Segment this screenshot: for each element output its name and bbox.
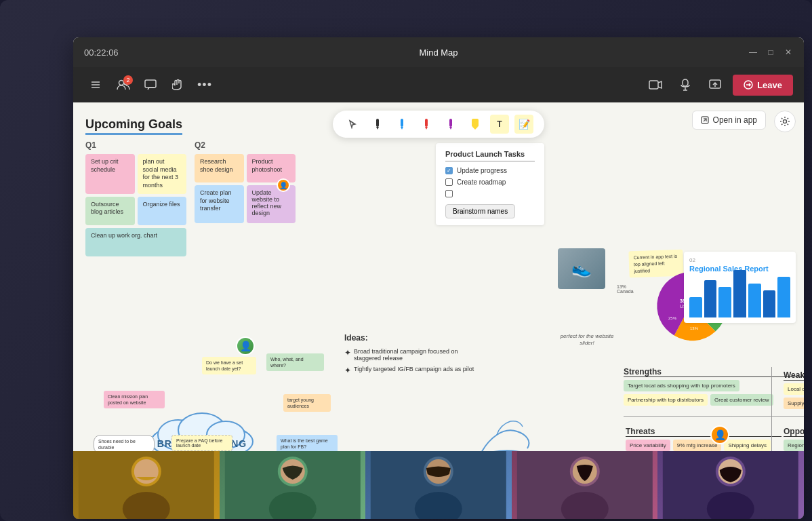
svg-marker-22 xyxy=(472,127,478,130)
swot-card: Partnership with top distributors xyxy=(624,394,708,406)
opportunities-title: Opportunities xyxy=(784,427,804,437)
participant-tile xyxy=(512,451,658,519)
toolbar-right: Leave xyxy=(643,73,793,97)
svg-rect-21 xyxy=(472,119,479,127)
wb-toolbar: T 📝 xyxy=(333,111,544,138)
svg-text:13%: 13% xyxy=(690,326,699,330)
goal-card: plan out social media for the next 3 mon… xyxy=(138,154,187,194)
sticky-note-tool[interactable]: 📝 xyxy=(514,115,533,134)
threats-cards: Price variability 9% mfg increase Shippi… xyxy=(626,440,781,451)
goal-card: Update website to reflect new design 👤 xyxy=(247,185,296,223)
sales-chart: 02 Regional Sales Report xyxy=(684,252,796,323)
svg-point-12 xyxy=(352,123,354,125)
cursor-tool[interactable] xyxy=(344,115,363,134)
window-title: Mind Map xyxy=(419,47,458,58)
pen-purple-tool[interactable] xyxy=(441,115,460,134)
participants-icon[interactable]: 2 xyxy=(111,73,136,97)
swot-vertical-divider xyxy=(771,367,772,451)
text-tool[interactable]: T xyxy=(490,115,509,134)
task-checkbox-1[interactable]: ✓ xyxy=(445,167,453,174)
upcoming-goals-section: Upcoming Goals Q1 Set up crit schedule p… xyxy=(85,117,296,260)
bar xyxy=(748,284,761,317)
goal-card: Create plan for website transfer xyxy=(195,185,244,223)
task-checkbox-2[interactable] xyxy=(445,178,453,186)
task-item: Create roadmap xyxy=(445,178,535,186)
svg-marker-18 xyxy=(425,127,428,130)
device-frame: 00:22:06 Mind Map — □ ✕ 2 xyxy=(0,0,812,521)
bar xyxy=(763,290,776,317)
bar xyxy=(704,280,717,317)
participants-list-icon[interactable] xyxy=(84,73,108,97)
brainstorm-node: Shoes need to be durable xyxy=(94,435,155,451)
swot-card: Local competition xyxy=(784,383,804,395)
svg-rect-6 xyxy=(649,81,658,89)
whiteboard: T 📝 Open in app Upcoming Goals xyxy=(73,102,804,451)
svg-rect-7 xyxy=(683,79,688,86)
goal-card: Product photoshoot xyxy=(247,154,296,182)
timer: 00:22:06 xyxy=(84,47,119,58)
participants-badge: 2 xyxy=(123,75,133,85)
goal-card: Organize files xyxy=(138,197,187,225)
weaknesses-title: Weaknesses xyxy=(784,370,804,381)
participant-photo xyxy=(73,451,220,519)
chat-icon[interactable] xyxy=(138,73,163,97)
maximize-button[interactable]: □ xyxy=(766,47,775,57)
svg-rect-19 xyxy=(449,119,452,127)
minimize-button[interactable]: — xyxy=(748,47,758,57)
opportunities-cards: Regional influencers Local Vlogs Communi… xyxy=(784,440,804,451)
highlighter-tool[interactable] xyxy=(466,115,485,134)
settings-button[interactable] xyxy=(774,111,796,132)
avatar: 👤 xyxy=(277,178,290,192)
swot-card: Shipping delays xyxy=(724,440,770,451)
svg-rect-15 xyxy=(401,119,403,127)
brainstorm-names-button[interactable]: Brainstorm names xyxy=(445,204,515,218)
hand-raise-icon[interactable] xyxy=(165,73,190,97)
idea-item: ✦ Broad traditional campaign focused on … xyxy=(344,348,487,362)
task-checkbox-3[interactable] xyxy=(445,190,453,197)
task-item: ✓ Update progress xyxy=(445,167,535,174)
shoe-photo: 👟 xyxy=(558,248,605,289)
microphone-icon[interactable] xyxy=(673,73,697,97)
svg-marker-16 xyxy=(401,127,403,130)
pen-black-tool[interactable] xyxy=(368,115,387,134)
svg-marker-14 xyxy=(376,127,379,130)
svg-rect-17 xyxy=(425,119,428,127)
goal-card: Set up crit schedule xyxy=(85,154,135,194)
close-button[interactable]: ✕ xyxy=(784,47,793,57)
shoe-sketch: branding add more use your sole xyxy=(432,394,582,451)
bar xyxy=(733,270,746,317)
swot-card: Regional influencers xyxy=(784,440,804,451)
svg-point-25 xyxy=(784,120,787,123)
idea-item: ✦ Tightly targeted IG/FB campaign ads as… xyxy=(344,366,487,375)
more-options-icon[interactable]: ••• xyxy=(192,73,217,97)
leave-button[interactable]: Leave xyxy=(733,75,793,96)
svg-marker-20 xyxy=(449,127,452,130)
chart-number: 02 xyxy=(689,257,790,263)
participant-tile xyxy=(657,451,804,519)
pen-red-tool[interactable] xyxy=(417,115,436,134)
title-bar: 00:22:06 Mind Map — □ ✕ xyxy=(73,37,804,67)
goal-card: Clean up work org. chart xyxy=(85,228,186,256)
swot-card: Price variability xyxy=(626,440,670,451)
swot-card: Supply uncertainty xyxy=(784,398,804,409)
participant-photo xyxy=(512,451,658,519)
open-in-app-button[interactable]: Open in app xyxy=(692,111,766,130)
brainstorm-node: What is the best game plan for FB? xyxy=(277,435,338,451)
brainstorm-avatar: 👤 xyxy=(236,336,255,355)
share-screen-icon[interactable] xyxy=(703,73,727,97)
quarters-row: Q1 Set up crit schedule plan out social … xyxy=(85,140,296,260)
bar xyxy=(718,287,731,317)
opportunities-section: Opportunities Regional influencers Local… xyxy=(784,427,804,451)
camera-icon[interactable] xyxy=(643,73,668,97)
ideas-title: Ideas: xyxy=(344,333,487,343)
brainstorm-node: Prepare a FAQ before launch date xyxy=(171,435,232,451)
bar xyxy=(689,297,702,317)
swot-card: Great customer review xyxy=(710,394,773,406)
strengths-cards: Target local ads shopping with top promo… xyxy=(624,380,804,406)
brainstorm-node: Do we have a set launch date yet? xyxy=(202,357,256,374)
pen-blue-tool[interactable] xyxy=(392,115,411,134)
bar xyxy=(777,277,790,317)
tasks-title: Product Launch Tasks xyxy=(445,150,535,161)
strengths-title: Strengths xyxy=(624,367,804,377)
window-controls: — □ ✕ xyxy=(748,47,793,57)
